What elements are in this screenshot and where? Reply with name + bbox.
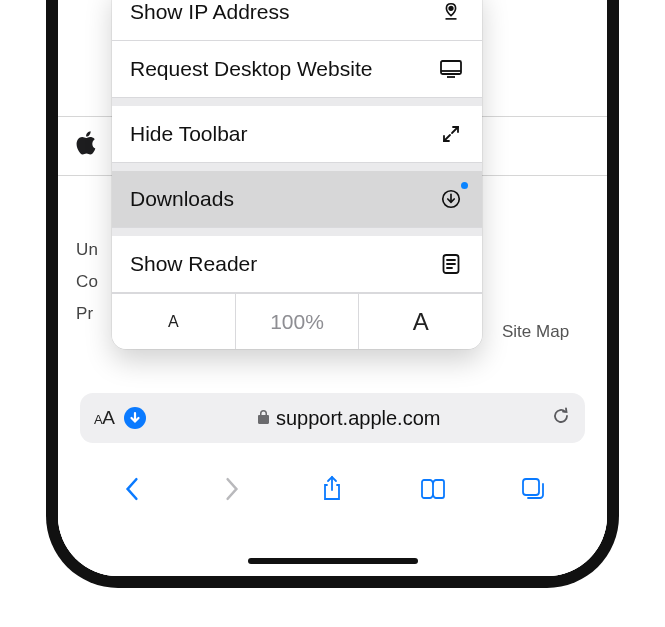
- url-domain: support.apple.com: [276, 407, 441, 430]
- zoom-percent[interactable]: 100%: [236, 294, 360, 349]
- partial-link-2: Co: [76, 266, 98, 298]
- zoom-out-button[interactable]: A: [112, 294, 236, 349]
- menu-item-label: Request Desktop Website: [130, 57, 372, 81]
- menu-divider: [112, 98, 482, 106]
- downloads-button[interactable]: [124, 407, 146, 429]
- menu-divider: [112, 228, 482, 236]
- menu-item-request-desktop-website[interactable]: Request Desktop Website: [112, 41, 482, 98]
- location-pin-icon: [438, 1, 464, 23]
- partial-link-1: Un: [76, 234, 98, 266]
- url-display[interactable]: support.apple.com: [156, 407, 541, 430]
- screen: Un Co Pr Site Map Show IP Address Req: [58, 0, 607, 576]
- menu-item-label: Downloads: [130, 187, 234, 211]
- tabs-button[interactable]: [513, 476, 553, 502]
- bookmarks-button[interactable]: [413, 477, 453, 501]
- svg-point-0: [449, 7, 453, 11]
- reader-icon: [438, 253, 464, 275]
- site-map-link[interactable]: Site Map: [502, 322, 569, 342]
- desktop-icon: [438, 58, 464, 80]
- zoom-controls: A 100% A: [112, 293, 482, 349]
- zoom-in-button[interactable]: A: [359, 294, 482, 349]
- downloads-indicator-dot: [461, 182, 468, 189]
- share-button[interactable]: [312, 475, 352, 503]
- url-bar[interactable]: AA support.apple.com: [80, 393, 585, 443]
- lock-icon: [257, 407, 270, 430]
- menu-item-show-reader[interactable]: Show Reader: [112, 236, 482, 293]
- svg-rect-2: [441, 61, 461, 74]
- reload-button[interactable]: [551, 406, 571, 430]
- menu-item-label: Show Reader: [130, 252, 257, 276]
- browser-toolbar: [58, 464, 607, 514]
- download-circle-icon: [438, 188, 464, 210]
- forward-button[interactable]: [212, 476, 252, 502]
- back-button[interactable]: [112, 476, 152, 502]
- svg-rect-16: [523, 479, 539, 495]
- iphone-frame: Un Co Pr Site Map Show IP Address Req: [46, 0, 619, 588]
- page-settings-button[interactable]: AA: [94, 407, 114, 429]
- menu-divider: [112, 163, 482, 171]
- menu-item-label: Show IP Address: [130, 0, 290, 24]
- menu-item-downloads[interactable]: Downloads: [112, 171, 482, 228]
- partial-link-3: Pr: [76, 298, 98, 330]
- menu-item-label: Hide Toolbar: [130, 122, 248, 146]
- page-settings-popover: Show IP Address Request Desktop Website: [112, 0, 482, 349]
- page-links-partial: Un Co Pr: [76, 234, 98, 330]
- home-indicator[interactable]: [248, 558, 418, 564]
- apple-logo-icon: [76, 131, 96, 161]
- menu-item-show-ip-address[interactable]: Show IP Address: [112, 0, 482, 41]
- expand-arrows-icon: [438, 124, 464, 144]
- menu-item-hide-toolbar[interactable]: Hide Toolbar: [112, 106, 482, 163]
